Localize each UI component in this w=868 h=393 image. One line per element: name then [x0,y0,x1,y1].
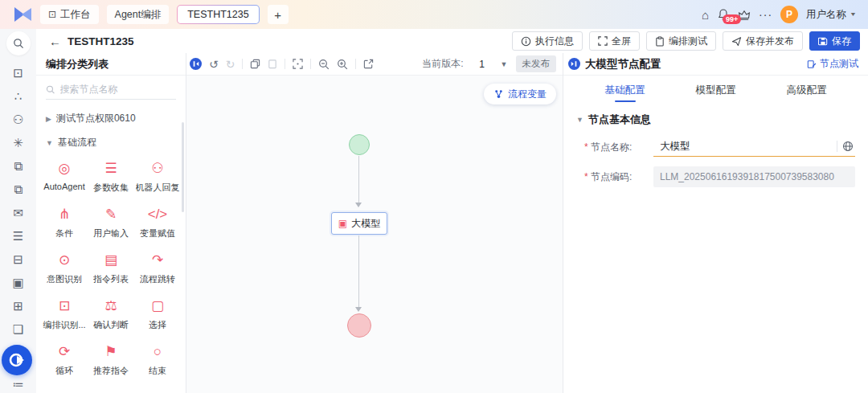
tab-workspace[interactable]: ⊡ 工作台 [40,5,99,24]
node-item-condition[interactable]: ⋔条件 [41,207,88,239]
node-test-icon [807,59,817,69]
new-tab-button[interactable]: + [268,5,289,24]
flow-canvas[interactable]: 流程变量 ▣ 大模型 [186,76,563,393]
tab-advanced-config[interactable]: 高级配置 [785,77,829,102]
agent-icon[interactable]: ⚇ [13,113,23,126]
avatar[interactable]: P [780,6,798,23]
fullscreen-label: 全屏 [612,35,631,48]
llm-node-selected[interactable]: ▣ 大模型 [331,212,387,235]
edge-arrowhead [355,203,362,211]
collapsed-list-icon[interactable]: ≔ [13,378,24,391]
orchestration-test-button[interactable]: 编排测试 [646,31,716,51]
version-area: 当前版本: 1 ▼ 未发布 [422,55,556,72]
chat-window-icon[interactable]: ❏ [13,323,23,336]
condition-icon: ⋔ [59,207,70,223]
node-item-param-collect[interactable]: ☰参数收集 [88,161,134,194]
section-title: 节点基本信息 [588,113,651,127]
export-icon[interactable] [363,59,374,69]
end-node[interactable] [347,313,371,338]
group-label: 测试节点权限0610 [56,112,136,125]
more-menu-button[interactable]: ··· [759,8,772,21]
node-item-recommend-command[interactable]: ⚑推荐指令 [88,344,134,377]
config-header: 大模型节点配置 节点测试 [563,53,868,76]
node-test-link[interactable]: 节点测试 [807,57,858,71]
redo-icon[interactable]: ↻ [226,58,235,71]
node-item-intent-detect[interactable]: ⊙意图识别 [41,252,88,285]
document-title: TESTHT1235 [68,35,134,47]
globe-icon[interactable] [842,141,854,152]
tab-testht1235-label: TESTHT1235 [187,9,248,20]
tab-agent-label: Agent编排 [115,8,162,22]
collapse-config-panel-toggle[interactable] [568,58,580,70]
chevron-down-icon[interactable]: ▼ [501,60,508,68]
group-test-node-perm[interactable]: ▶ 测试节点权限0610 [36,104,186,129]
user-menu[interactable]: 用户名称 ▼ [806,8,857,22]
section-node-basic-info[interactable]: ▼ 节点基本信息 [563,103,868,133]
undo-icon[interactable]: ↺ [209,58,219,71]
publish-status-badge: 未发布 [516,55,557,72]
tab-testht1235[interactable]: TESTHT1235 [178,6,258,23]
node-search [46,84,176,100]
node-item-confirm-judge[interactable]: ⚖确认判断 [88,298,134,331]
folder-icon[interactable]: ▣ [12,276,23,289]
send-icon [731,36,742,47]
version-select-value[interactable]: 1 [469,59,496,70]
toolbar-divider [355,59,356,69]
zoom-in-icon[interactable] [337,59,348,70]
node-name-input-wrap [653,138,855,157]
node-item-orchestration-detect[interactable]: ⊡编排识别... [41,298,88,331]
flow-variables-icon [493,89,504,100]
window-grid-icon[interactable]: ⊞ [13,300,23,313]
global-search-button[interactable] [6,31,31,55]
recommend-command-icon: ⚑ [104,344,117,360]
tab-model-config[interactable]: 模型配置 [694,77,738,102]
app-logo-icon [13,6,32,23]
collapse-left-panel-toggle[interactable] [190,58,202,70]
node-item-command-list[interactable]: ▤指令列表 [88,252,134,285]
chevron-right-icon: ▶ [46,115,51,123]
flow-variables-button[interactable]: 流程变量 [484,84,556,104]
node-search-input[interactable] [60,84,176,95]
chevron-down-icon: ▼ [850,11,857,18]
node-item-flow-jump[interactable]: ↷流程跳转 [134,252,181,285]
flow-nodes-icon[interactable]: ⊟ [13,253,23,266]
back-arrow-icon[interactable]: ← [49,35,61,48]
info-icon [521,36,531,47]
node-item-end[interactable]: ○结束 [134,344,181,377]
snowflake-icon[interactable]: ✳ [13,137,23,149]
sliders-icon[interactable]: ☰ [13,230,23,243]
node-item-autoagent[interactable]: ◎AutoAgent [41,161,88,194]
variable-assign-icon: </> [148,207,168,223]
node-item-robot-reply[interactable]: ⚇机器人回复 [134,161,181,194]
document-header: ← TESTHT1235 执行信息 全屏 编排测试 保存并发布 [36,29,868,53]
notifications-button[interactable]: 99+ [717,8,730,21]
node-item-user-input[interactable]: ✎用户输入 [88,207,134,239]
node-item-variable-assign[interactable]: </>变量赋值 [134,207,181,239]
exec-info-button[interactable]: 执行信息 [512,31,583,51]
org-chart-icon[interactable]: ∴ [14,90,23,103]
monitor-icon[interactable]: ⊡ [13,67,23,80]
loop-icon: ⟳ [59,344,70,360]
code-window-2-icon[interactable]: ⧉ [14,183,23,196]
confirm-judge-icon: ⚖ [104,298,117,314]
assistant-fab-button[interactable] [2,345,32,375]
node-item-loop[interactable]: ⟳循环 [41,344,88,377]
node-code-label: 节点编码: [584,170,649,184]
fit-view-icon[interactable] [293,59,303,69]
code-window-icon[interactable]: ⧉ [14,160,23,173]
mail-settings-icon[interactable]: ✉ [13,207,23,219]
node-name-input[interactable] [660,141,832,152]
tab-agent-orchestration[interactable]: Agent编排 [107,5,170,24]
home-icon[interactable]: ⌂ [702,8,709,22]
zoom-out-icon[interactable] [318,59,330,70]
save-publish-button[interactable]: 保存并发布 [723,31,803,51]
group-basic-flow[interactable]: ▼ 基础流程 [36,129,186,153]
copy-icon[interactable] [250,59,260,69]
panel-scrollbar[interactable] [182,122,184,212]
fullscreen-button[interactable]: 全屏 [589,31,640,51]
start-node[interactable] [349,134,370,155]
save-button[interactable]: 保存 [809,31,860,51]
tab-basic-config[interactable]: 基础配置 [604,77,647,102]
node-item-select[interactable]: ▢选择 [134,298,181,331]
paste-icon[interactable] [268,59,277,69]
